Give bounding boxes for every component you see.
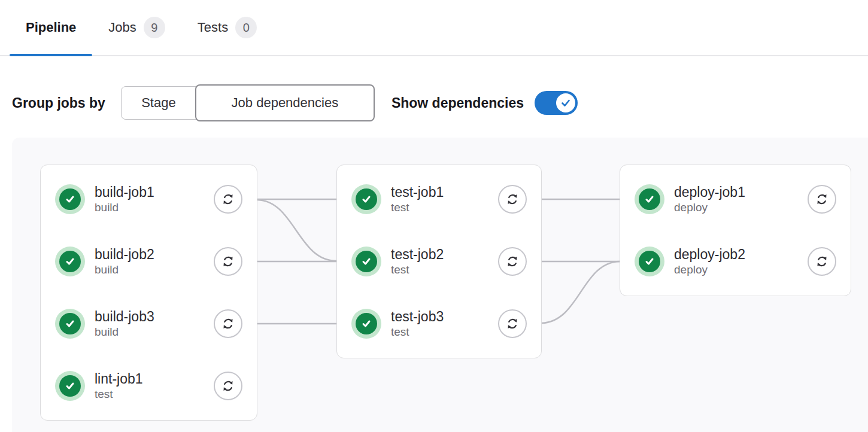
job-group-card-deploy: deploy-job1 deploy: [620, 165, 851, 296]
status-success-icon: [55, 247, 85, 276]
pipeline-graph: build-job1 build: [12, 138, 868, 432]
retry-icon: [220, 378, 236, 394]
job-name-link[interactable]: lint-job1: [95, 370, 143, 387]
job-name-link[interactable]: build-job2: [95, 246, 154, 263]
tab-pipeline-label: Pipeline: [26, 20, 76, 35]
toggle-knob: [556, 93, 575, 112]
retry-icon: [220, 254, 236, 269]
graph-controls: Group jobs by Stage Job dependencies Sho…: [12, 84, 868, 122]
retry-icon: [505, 191, 520, 207]
pipeline-page: Pipeline Jobs 9 Tests 0 Group jobs by St…: [0, 0, 868, 432]
status-success-icon: [351, 184, 381, 214]
retry-job-button[interactable]: [214, 247, 242, 276]
pipeline-tab-bar: Pipeline Jobs 9 Tests 0: [0, 0, 868, 56]
status-success-icon: [351, 309, 381, 339]
job-stage-label: build: [95, 263, 154, 277]
tab-tests[interactable]: Tests 0: [181, 0, 273, 55]
job-stage-label: deploy: [674, 200, 745, 215]
job-name-link[interactable]: build-job3: [95, 308, 154, 325]
show-dependencies-toggle[interactable]: [535, 91, 578, 115]
check-icon: [560, 97, 572, 109]
status-success-icon: [55, 184, 85, 214]
tests-count-badge: 0: [235, 17, 257, 38]
edge-build-job1-test-job2: [257, 200, 336, 261]
job-stage-label: deploy: [674, 263, 745, 277]
retry-job-button[interactable]: [808, 247, 836, 276]
jobs-count-badge: 9: [144, 17, 165, 38]
group-by-stage-button[interactable]: Stage: [121, 86, 196, 120]
job-row: test-job2 test: [351, 247, 527, 276]
status-success-icon: [55, 309, 85, 339]
retry-icon: [814, 254, 830, 269]
job-name-link[interactable]: build-job1: [95, 184, 154, 200]
job-row: test-job3 test: [351, 309, 527, 339]
job-stage-label: build: [95, 325, 154, 339]
status-success-icon: [55, 371, 85, 401]
job-name-link[interactable]: test-job3: [391, 308, 444, 325]
tab-jobs[interactable]: Jobs 9: [92, 0, 181, 55]
retry-job-button[interactable]: [498, 247, 527, 276]
tab-jobs-label: Jobs: [108, 20, 136, 35]
retry-job-button[interactable]: [498, 185, 527, 214]
retry-icon: [814, 191, 830, 207]
job-group-card-test: test-job1 test: [336, 165, 542, 358]
retry-job-button[interactable]: [214, 309, 242, 338]
status-success-icon: [351, 247, 381, 276]
edge-test-job3-deploy-job2: [542, 261, 620, 323]
status-success-icon: [635, 247, 664, 276]
job-row: deploy-job2 deploy: [635, 247, 836, 276]
retry-job-button[interactable]: [214, 185, 242, 214]
job-row: build-job1 build: [55, 184, 242, 214]
job-row: lint-job1 test: [55, 371, 242, 401]
job-row: build-job2 build: [55, 247, 242, 276]
retry-job-button[interactable]: [214, 372, 242, 400]
group-by-segmented-control: Stage Job dependencies: [121, 84, 375, 121]
retry-job-button[interactable]: [808, 185, 836, 214]
job-name-link[interactable]: test-job1: [391, 184, 444, 200]
retry-job-button[interactable]: [498, 309, 527, 338]
retry-icon: [220, 191, 236, 207]
job-stage-label: test: [391, 325, 444, 339]
job-stage-label: build: [95, 200, 154, 215]
job-row: test-job1 test: [351, 184, 527, 214]
job-row: deploy-job1 deploy: [635, 184, 836, 214]
tab-tests-label: Tests: [198, 20, 228, 35]
retry-icon: [505, 254, 520, 269]
tab-pipeline[interactable]: Pipeline: [10, 0, 92, 55]
job-group-card-build: build-job1 build: [40, 165, 257, 421]
retry-icon: [220, 316, 236, 331]
group-jobs-by-label: Group jobs by: [12, 95, 105, 111]
job-name-link[interactable]: test-job2: [391, 246, 444, 263]
job-stage-label: test: [391, 263, 444, 277]
job-row: build-job3 build: [55, 309, 242, 339]
group-by-job-dependencies-button[interactable]: Job dependencies: [195, 84, 375, 121]
job-stage-label: test: [95, 387, 143, 401]
status-success-icon: [635, 184, 664, 214]
job-name-link[interactable]: deploy-job2: [674, 246, 745, 263]
retry-icon: [505, 316, 520, 331]
show-dependencies-label: Show dependencies: [391, 95, 524, 111]
job-stage-label: test: [391, 200, 444, 215]
job-name-link[interactable]: deploy-job1: [674, 184, 745, 200]
